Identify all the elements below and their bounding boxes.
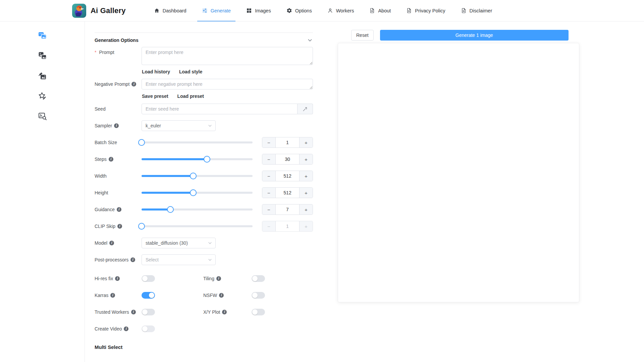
decrement-button[interactable]: − — [262, 154, 276, 164]
increment-button[interactable]: + — [299, 171, 313, 181]
trusted-workers-toggle[interactable] — [142, 309, 155, 315]
sidebar-item-image-to-image[interactable] — [0, 46, 85, 66]
steps-value[interactable]: 30 — [276, 154, 299, 164]
document-icon — [461, 8, 467, 13]
load-style-button[interactable]: Load style — [179, 69, 202, 74]
slider-handle[interactable] — [204, 156, 210, 163]
toggle-row: Create Video i — [95, 323, 313, 334]
slider-handle[interactable] — [138, 139, 145, 146]
increment-button[interactable]: + — [299, 188, 313, 198]
nsfw-toggle[interactable] — [252, 292, 265, 299]
info-icon[interactable]: i — [222, 310, 227, 314]
generation-form: Generation Options * Prompt Load history… — [95, 33, 313, 350]
batch-size-slider[interactable] — [142, 137, 253, 148]
model-select[interactable]: stable_diffusion (30) — [142, 238, 216, 248]
prompt-input[interactable] — [142, 47, 313, 65]
nav-workers[interactable]: Workers — [327, 0, 354, 21]
sidebar-item-text-to-image[interactable] — [0, 25, 85, 46]
nav-about[interactable]: About — [369, 0, 391, 21]
random-seed-button[interactable] — [298, 104, 313, 114]
increment-button[interactable]: + — [299, 221, 313, 231]
decrement-button[interactable]: − — [262, 171, 276, 181]
generate-button[interactable]: Generate 1 image — [380, 30, 569, 41]
sidebar-item-rate-images[interactable] — [0, 86, 85, 106]
nav-label: Images — [255, 8, 271, 13]
create-video-toggle[interactable] — [142, 325, 155, 332]
seed-input[interactable] — [142, 104, 298, 114]
guidance-slider[interactable] — [142, 204, 253, 215]
steps-stepper: − 30 + — [262, 154, 313, 165]
clip-skip-stepper: − 1 + — [262, 221, 313, 232]
info-icon[interactable]: i — [131, 82, 136, 86]
info-icon[interactable]: i — [117, 224, 122, 229]
brand[interactable]: Ai Gallery — [72, 4, 126, 18]
nav-dashboard[interactable]: Dashboard — [154, 0, 186, 21]
sidebar-item-interrogate[interactable] — [0, 106, 85, 126]
sidebar-item-inpainting[interactable] — [0, 66, 85, 86]
sampler-select[interactable]: k_euler — [142, 120, 216, 131]
load-history-button[interactable]: Load history — [142, 69, 170, 74]
steps-slider[interactable] — [142, 154, 253, 165]
slider-handle[interactable] — [190, 189, 197, 196]
negative-prompt-input[interactable] — [142, 79, 313, 89]
generation-options-header[interactable]: Generation Options — [95, 33, 313, 47]
info-icon[interactable]: i — [130, 257, 135, 262]
width-value[interactable]: 512 — [276, 171, 299, 181]
increment-button[interactable]: + — [299, 204, 313, 215]
required-asterisk: * — [95, 49, 96, 56]
decrement-button[interactable]: − — [262, 204, 276, 215]
height-value[interactable]: 512 — [276, 188, 299, 198]
clip-skip-slider[interactable] — [142, 221, 253, 232]
nav-options[interactable]: Options — [286, 0, 312, 21]
reset-button[interactable]: Reset — [351, 30, 374, 41]
chevron-down-icon[interactable] — [308, 38, 312, 43]
hi-res-fix-toggle[interactable] — [142, 275, 155, 282]
tiling-toggle[interactable] — [252, 275, 265, 282]
info-icon[interactable]: i — [109, 157, 113, 162]
nav-generate[interactable]: Generate — [202, 0, 231, 21]
slider-handle[interactable] — [190, 173, 197, 179]
save-preset-button[interactable]: Save preset — [142, 94, 168, 99]
slider-handle[interactable] — [167, 206, 174, 213]
home-icon — [154, 8, 160, 13]
info-icon[interactable]: i — [219, 293, 224, 298]
slider-handle[interactable] — [138, 223, 145, 230]
clip-skip-value[interactable]: 1 — [276, 221, 299, 231]
load-preset-button[interactable]: Load preset — [177, 94, 204, 99]
document-icon — [369, 8, 375, 13]
output-panel: Reset Generate 1 image — [338, 30, 579, 302]
grid-icon — [246, 8, 252, 13]
height-slider[interactable] — [142, 187, 253, 198]
sampler-value: k_euler — [146, 123, 161, 128]
decrement-button[interactable]: − — [262, 137, 276, 147]
gear-icon — [286, 8, 292, 13]
info-icon[interactable]: i — [115, 276, 120, 281]
chevron-down-icon — [208, 124, 212, 128]
nav-privacy-policy[interactable]: Privacy Policy — [406, 0, 445, 21]
info-icon[interactable]: i — [216, 276, 221, 281]
width-slider[interactable] — [142, 171, 253, 181]
sampler-label: Sampler i — [95, 120, 142, 131]
info-icon[interactable]: i — [117, 207, 121, 212]
info-icon[interactable]: i — [131, 310, 136, 314]
sliders-icon — [202, 8, 208, 13]
batch-size-value[interactable]: 1 — [276, 137, 299, 147]
xy-plot-toggle[interactable] — [252, 309, 265, 315]
decrement-button[interactable]: − — [262, 221, 276, 231]
width-stepper: − 512 + — [262, 171, 313, 181]
karras-toggle[interactable] — [142, 292, 155, 299]
info-icon[interactable]: i — [124, 326, 128, 331]
post-processors-select[interactable]: Select — [142, 254, 216, 265]
decrement-button[interactable]: − — [262, 188, 276, 198]
nav-disclaimer[interactable]: Disclaimer — [461, 0, 492, 21]
nav-label: Generate — [211, 8, 231, 13]
increment-button[interactable]: + — [299, 154, 313, 164]
guidance-value[interactable]: 7 — [276, 204, 299, 215]
batch-size-stepper: − 1 + — [262, 137, 313, 148]
toggle-row: Karras i NSFW i — [95, 290, 313, 301]
nav-images[interactable]: Images — [246, 0, 271, 21]
info-icon[interactable]: i — [110, 293, 115, 298]
increment-button[interactable]: + — [299, 137, 313, 147]
info-icon[interactable]: i — [114, 123, 119, 128]
info-icon[interactable]: i — [109, 241, 114, 245]
